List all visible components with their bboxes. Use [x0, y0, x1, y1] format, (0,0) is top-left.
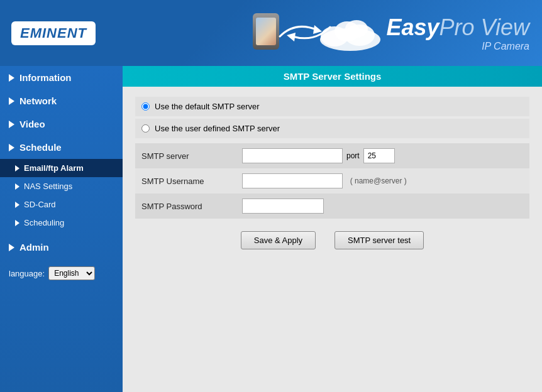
- smtp-server-input[interactable]: [242, 148, 343, 163]
- sidebar-sub-nas-label: NAS Settings: [24, 182, 72, 191]
- port-input[interactable]: [363, 148, 395, 163]
- smtp-default-radio[interactable]: [141, 102, 150, 111]
- smtp-username-label: SMTP Username: [135, 168, 236, 193]
- sidebar: Information Network Video Schedule Email…: [0, 66, 123, 392]
- arrow-icon: [9, 121, 14, 128]
- sidebar-item-admin-label: Admin: [19, 242, 49, 253]
- sub-arrow-icon: [15, 220, 19, 226]
- sidebar-sub-scheduling-label: Scheduling: [24, 218, 64, 227]
- logo-text: EMINENT: [20, 25, 87, 41]
- sidebar-item-schedule[interactable]: Schedule: [0, 136, 123, 159]
- sidebar-item-schedule-label: Schedule: [19, 142, 62, 153]
- smtp-custom-radio[interactable]: [141, 124, 150, 133]
- sidebar-sub-item-nas-settings[interactable]: NAS Settings: [0, 177, 123, 195]
- sidebar-sub-email-label: Email/ftp Alarm: [24, 163, 84, 173]
- sub-arrow-icon: [15, 202, 19, 208]
- smtp-username-input[interactable]: [242, 173, 343, 188]
- arrow-icon: [9, 244, 14, 251]
- title-easy: Easy: [387, 16, 440, 39]
- smtp-username-helper: ( name@server ): [350, 177, 407, 185]
- smtp-server-label: SMTP server: [135, 143, 236, 168]
- content-area: SMTP Server Settings Use the default SMT…: [123, 66, 542, 392]
- language-select[interactable]: English Dutch French German Spanish: [48, 266, 95, 280]
- svg-point-6: [345, 20, 368, 38]
- sidebar-sub-sd-label: SD-Card: [24, 200, 56, 209]
- header: EMINENT E: [0, 0, 542, 66]
- sidebar-item-video[interactable]: Video: [0, 112, 123, 136]
- section-title: SMTP Server Settings: [123, 66, 542, 87]
- smtp-username-row: SMTP Username ( name@server ): [135, 168, 529, 193]
- arrow-icon: [9, 144, 14, 151]
- radio-row-2: Use the user defined SMTP server: [135, 119, 529, 138]
- sub-arrow-icon: [15, 183, 19, 190]
- svg-marker-1: [287, 33, 296, 41]
- sidebar-item-network-label: Network: [19, 95, 57, 106]
- smtp-server-group: port: [242, 148, 523, 163]
- sidebar-sub-item-sd-card[interactable]: SD-Card: [0, 195, 123, 214]
- sidebar-sub-item-scheduling[interactable]: Scheduling: [0, 214, 123, 232]
- arrow-icon: [9, 97, 14, 105]
- language-label: language:: [9, 269, 45, 278]
- sidebar-sub-item-email-ftp-alarm[interactable]: Email/ftp Alarm: [0, 159, 123, 177]
- smtp-custom-label[interactable]: Use the user defined SMTP server: [155, 124, 280, 133]
- sidebar-item-information[interactable]: Information: [0, 66, 123, 89]
- save-apply-button[interactable]: Save & Apply: [241, 231, 316, 249]
- smtp-server-row: SMTP server port: [135, 143, 529, 168]
- port-label: port: [346, 151, 360, 160]
- title-pro: Pro View: [440, 14, 529, 41]
- sidebar-item-information-label: Information: [19, 72, 72, 83]
- sidebar-item-network[interactable]: Network: [0, 89, 123, 112]
- header-title: Easy Pro View IP Camera: [387, 0, 529, 66]
- sub-arrow-icon: [15, 165, 19, 172]
- smtp-password-row: SMTP Password: [135, 193, 529, 219]
- logo: EMINENT: [11, 21, 96, 45]
- sidebar-item-admin[interactable]: Admin: [0, 236, 123, 259]
- content-body: Use the default SMTP server Use the user…: [123, 87, 542, 259]
- smtp-server-input-cell: port: [236, 143, 529, 168]
- language-section: language: English Dutch French German Sp…: [0, 259, 123, 288]
- radio-row-1: Use the default SMTP server: [135, 97, 529, 116]
- smtp-password-input[interactable]: [242, 199, 324, 214]
- main-container: Information Network Video Schedule Email…: [0, 66, 542, 392]
- button-row: Save & Apply SMTP server test: [135, 231, 529, 249]
- smtp-username-input-cell: ( name@server ): [236, 168, 529, 193]
- smtp-password-input-cell: [236, 193, 529, 219]
- smtp-default-label[interactable]: Use the default SMTP server: [155, 102, 260, 111]
- sidebar-item-video-label: Video: [19, 119, 45, 129]
- smtp-test-button[interactable]: SMTP server test: [335, 231, 424, 249]
- title-subtitle: IP Camera: [482, 41, 529, 52]
- smtp-password-label: SMTP Password: [135, 193, 236, 219]
- smtp-form-table: SMTP server port SMTP Username ( name@se…: [135, 143, 529, 219]
- arrow-icon: [9, 74, 14, 82]
